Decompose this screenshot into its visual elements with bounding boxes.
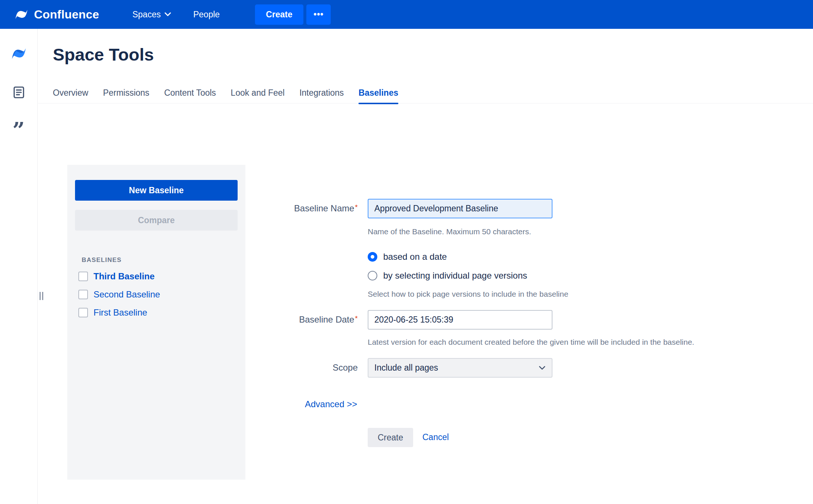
quote-icon: ” xyxy=(13,125,25,136)
baselines-panel: New Baseline Compare BASELINES Third Bas… xyxy=(67,165,245,480)
required-marker: * xyxy=(355,203,358,211)
radio-selected-icon[interactable] xyxy=(368,252,377,262)
baseline-date-input[interactable] xyxy=(368,310,552,330)
brand-name: Confluence xyxy=(34,8,99,21)
radio-based-on-date-label: based on a date xyxy=(383,252,447,262)
app-sidebar: ” xyxy=(0,29,38,504)
nav-people[interactable]: People xyxy=(193,10,220,20)
scope-selected-value: Include all pages xyxy=(374,363,438,373)
radio-individual-versions-label: by selecting individual page versions xyxy=(383,270,527,281)
baseline-name-label: Baseline Name* xyxy=(222,203,358,214)
pages-icon xyxy=(12,85,26,99)
baseline-list-item[interactable]: First Baseline xyxy=(78,307,147,318)
tab-permissions[interactable]: Permissions xyxy=(103,83,149,103)
baseline-link[interactable]: Third Baseline xyxy=(93,271,154,282)
baseline-checkbox[interactable] xyxy=(78,308,88,317)
scope-select[interactable]: Include all pages xyxy=(368,358,552,378)
baseline-name-help: Name of the Baseline. Maximum 50 charact… xyxy=(368,227,531,236)
baseline-list-item[interactable]: Second Baseline xyxy=(78,289,160,300)
form-cancel-link[interactable]: Cancel xyxy=(422,432,449,442)
radio-individual-versions[interactable]: by selecting individual page versions xyxy=(368,270,527,281)
chevron-down-icon xyxy=(164,12,171,17)
baseline-link[interactable]: First Baseline xyxy=(93,307,147,318)
confluence-brand[interactable]: Confluence xyxy=(14,7,99,22)
form-create-button[interactable]: Create xyxy=(368,428,413,447)
top-navigation-bar: Confluence Spaces People Create ••• xyxy=(0,0,813,29)
baseline-date-label: Baseline Date* xyxy=(222,314,358,325)
baseline-checkbox[interactable] xyxy=(78,272,88,281)
confluence-space-icon xyxy=(10,45,27,62)
nav-people-label: People xyxy=(193,10,220,20)
create-button[interactable]: Create xyxy=(255,4,304,25)
baseline-date-help: Latest version for each document created… xyxy=(368,338,694,347)
nav-spaces[interactable]: Spaces xyxy=(132,10,171,20)
space-tools-tabs: Overview Permissions Content Tools Look … xyxy=(38,83,813,103)
advanced-link[interactable]: Advanced >> xyxy=(305,399,357,409)
confluence-logo-icon xyxy=(14,7,29,22)
tab-overview[interactable]: Overview xyxy=(53,83,88,103)
baseline-checkbox[interactable] xyxy=(78,290,88,299)
required-marker: * xyxy=(355,314,358,322)
baseline-name-input[interactable] xyxy=(368,199,552,218)
sidebar-item-pages[interactable] xyxy=(11,84,27,101)
scope-label: Scope xyxy=(222,362,358,373)
tab-look-and-feel[interactable]: Look and Feel xyxy=(231,83,285,103)
tab-integrations[interactable]: Integrations xyxy=(299,83,344,103)
tab-content-tools[interactable]: Content Tools xyxy=(164,83,216,103)
sidebar-item-blogs[interactable]: ” xyxy=(11,122,27,138)
new-baseline-button[interactable]: New Baseline xyxy=(75,180,238,201)
tab-baselines[interactable]: Baselines xyxy=(358,83,398,103)
nav-spaces-label: Spaces xyxy=(132,10,161,20)
top-actions: Create ••• xyxy=(255,4,331,25)
radio-unselected-icon[interactable] xyxy=(368,271,377,280)
compare-button[interactable]: Compare xyxy=(75,210,238,231)
baselines-list-header: BASELINES xyxy=(82,256,122,264)
sidebar-resize-handle[interactable] xyxy=(38,291,44,301)
baseline-link[interactable]: Second Baseline xyxy=(93,289,160,300)
radio-based-on-date[interactable]: based on a date xyxy=(368,252,447,262)
top-nav: Spaces People xyxy=(132,10,220,20)
baseline-list-item[interactable]: Third Baseline xyxy=(78,271,154,282)
chevron-down-icon xyxy=(538,366,546,370)
space-logo[interactable] xyxy=(10,44,28,63)
more-actions-button[interactable]: ••• xyxy=(306,4,331,25)
page-title: Space Tools xyxy=(53,44,154,65)
radio-help: Select how to pick page versions to incl… xyxy=(368,290,568,299)
